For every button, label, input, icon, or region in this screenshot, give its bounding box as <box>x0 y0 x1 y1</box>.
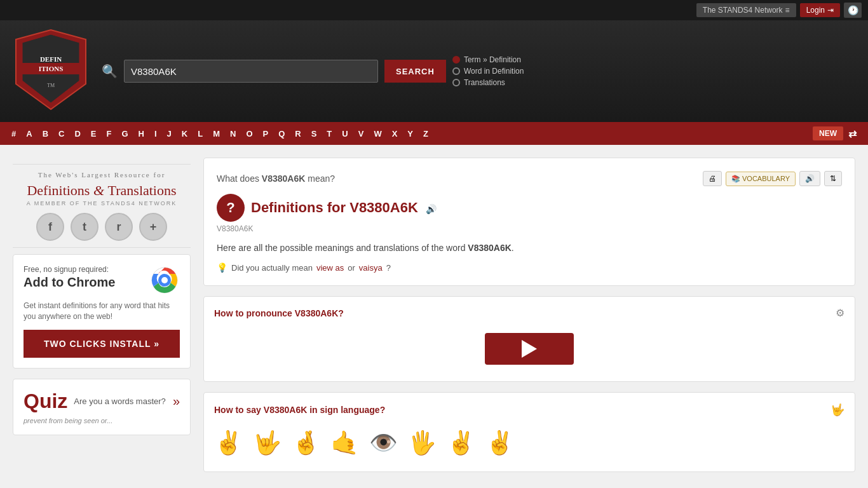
logo-area: DEFIN ITIONS TM <box>13 27 89 116</box>
sign-hand-7: ✌️ <box>447 430 475 456</box>
search-option-translations-label: Translations <box>464 78 505 87</box>
more-plus: + <box>150 220 157 234</box>
def-title-row: ? Definitions for V8380A6K 🔊 <box>217 194 842 222</box>
nav-j[interactable]: J <box>162 122 177 145</box>
nav-new[interactable]: NEW <box>813 126 843 140</box>
search-area: 🔍 SEARCH Term » Definition Word in Defin… <box>102 55 855 87</box>
play-triangle-icon <box>522 340 537 358</box>
print-button[interactable]: 🖨 <box>703 171 722 186</box>
header: DEFIN ITIONS TM 🔍 SEARCH Term » Definiti… <box>0 20 868 122</box>
pronunciation-card: How to pronounce V8380A6K? ⚙ <box>203 296 855 382</box>
main: The Web's Largest Resource for Definitio… <box>0 145 868 485</box>
twitter-icon[interactable]: t <box>71 213 98 241</box>
nav-k[interactable]: K <box>177 122 193 145</box>
sign-language-icon: 🤟 <box>831 403 844 417</box>
mid-divider <box>13 247 191 248</box>
sign-hand-4: 🤙 <box>330 430 359 456</box>
topbar: The STANDS4 Network ≡ Login ⇥ 🕐 <box>0 0 868 20</box>
quiz-arrow-icon[interactable]: » <box>173 394 180 409</box>
nav-b[interactable]: B <box>37 122 53 145</box>
nav-o[interactable]: O <box>241 122 257 145</box>
quiz-card-inner: Quiz Are you a words master? » <box>24 390 180 413</box>
svg-point-9 <box>161 277 168 283</box>
more-icon[interactable]: + <box>139 213 167 241</box>
nav-m[interactable]: M <box>208 122 225 145</box>
nav-z[interactable]: Z <box>418 122 433 145</box>
sign-card-title: How to say V8380A6K in sign language? <box>214 405 385 415</box>
nav-shuffle[interactable]: ⇄ <box>843 122 862 145</box>
def-title-text: Definitions for V8380A6K 🔊 <box>251 200 437 216</box>
nav-u[interactable]: U <box>337 122 353 145</box>
social-icons: f t r + <box>13 213 191 241</box>
nav-e[interactable]: E <box>86 122 102 145</box>
gear-icon[interactable]: ⚙ <box>836 307 844 319</box>
sidebar-subtitle: A MEMBER OF THE STANDS4 NETWORK <box>13 200 191 207</box>
def-desc-period: . <box>512 243 514 253</box>
nav-w[interactable]: W <box>369 122 386 145</box>
reddit-icon[interactable]: r <box>105 213 133 241</box>
search-option-word-label: Word in Definition <box>464 67 524 76</box>
sign-hand-1: ✌️ <box>214 430 243 456</box>
def-card-question: What does V8380A6K mean? <box>217 173 335 184</box>
suggestion-link-view-as[interactable]: view as <box>316 263 344 273</box>
nav-d[interactable]: D <box>69 122 85 145</box>
nav-a[interactable]: A <box>21 122 37 145</box>
svg-text:ITIONS: ITIONS <box>39 65 64 72</box>
nav-r[interactable]: R <box>290 122 306 145</box>
nav-s[interactable]: S <box>306 122 322 145</box>
search-option-word[interactable]: Word in Definition <box>452 67 524 76</box>
nav-h[interactable]: H <box>133 122 149 145</box>
sign-hand-8: ✌️ <box>485 430 514 456</box>
login-button[interactable]: Login ⇥ <box>800 3 840 17</box>
search-input[interactable] <box>124 60 378 83</box>
sidebar-title: Definitions & Translations <box>13 182 191 199</box>
history-button[interactable]: 🕐 <box>844 3 862 18</box>
nav-y[interactable]: Y <box>402 122 418 145</box>
search-button[interactable]: SEARCH <box>384 60 446 83</box>
pron-card-header: How to pronounce V8380A6K? ⚙ <box>214 307 844 319</box>
nav-p[interactable]: P <box>258 122 274 145</box>
nav-l[interactable]: L <box>193 122 208 145</box>
nav-hash[interactable]: # <box>6 122 21 145</box>
chrome-card-title: Add to Chrome <box>24 275 115 290</box>
def-desc-text: Here are all the possible meanings and t… <box>217 243 468 253</box>
def-desc-word: V8380A6K <box>468 243 512 253</box>
search-options: Term » Definition Word in Definition Tra… <box>452 55 524 87</box>
logo-shield: DEFIN ITIONS TM <box>13 27 89 116</box>
sidebar-tagline: The Web's Largest Resource for <box>13 171 191 179</box>
audio-button[interactable]: 🔊 <box>799 171 820 186</box>
quiz-question: Are you a words master? <box>74 396 166 406</box>
facebook-icon[interactable]: f <box>36 213 64 241</box>
sign-language-card: How to say V8380A6K in sign language? 🤟 … <box>203 392 855 472</box>
search-option-term[interactable]: Term » Definition <box>452 55 524 64</box>
lightbulb-icon: 💡 <box>217 262 227 273</box>
search-option-translations[interactable]: Translations <box>452 78 524 87</box>
nav-i[interactable]: I <box>149 122 162 145</box>
nav-q[interactable]: Q <box>273 122 290 145</box>
suggestion-text: Did you actually mean <box>231 263 313 273</box>
suggestion-link-vaisya[interactable]: vaisya <box>359 263 383 273</box>
tw-letter: t <box>83 220 86 234</box>
translate-button[interactable]: ⇅ <box>824 171 842 186</box>
def-title: Definitions for V8380A6K <box>251 200 418 215</box>
rd-letter: r <box>116 220 121 234</box>
play-button[interactable] <box>485 333 574 365</box>
network-button[interactable]: The STANDS4 Network ≡ <box>696 3 796 17</box>
suggestion-qmark: ? <box>386 263 391 273</box>
def-card-actions: 🖨 📚 VOCABULARY 🔊 ⇅ <box>703 171 842 186</box>
nav-g[interactable]: G <box>116 122 133 145</box>
navbar: # A B C D E F G H I J K L M N O P Q R S … <box>0 122 868 145</box>
nav-t[interactable]: T <box>322 122 337 145</box>
hamburger-icon: ≡ <box>785 6 790 15</box>
nav-c[interactable]: C <box>53 122 69 145</box>
radio-word <box>452 67 460 75</box>
audio-small-icon[interactable]: 🔊 <box>426 204 437 214</box>
chrome-card-top: Free, no signup required: Add to Chrome <box>24 265 180 295</box>
nav-n[interactable]: N <box>225 122 241 145</box>
quiz-preview: prevent from being seen or... <box>24 417 180 424</box>
nav-v[interactable]: V <box>353 122 369 145</box>
vocabulary-button[interactable]: 📚 VOCABULARY <box>726 172 796 186</box>
nav-f[interactable]: F <box>101 122 116 145</box>
two-clicks-install-button[interactable]: TWO CLICKS INSTALL » <box>24 330 180 358</box>
nav-x[interactable]: X <box>387 122 403 145</box>
